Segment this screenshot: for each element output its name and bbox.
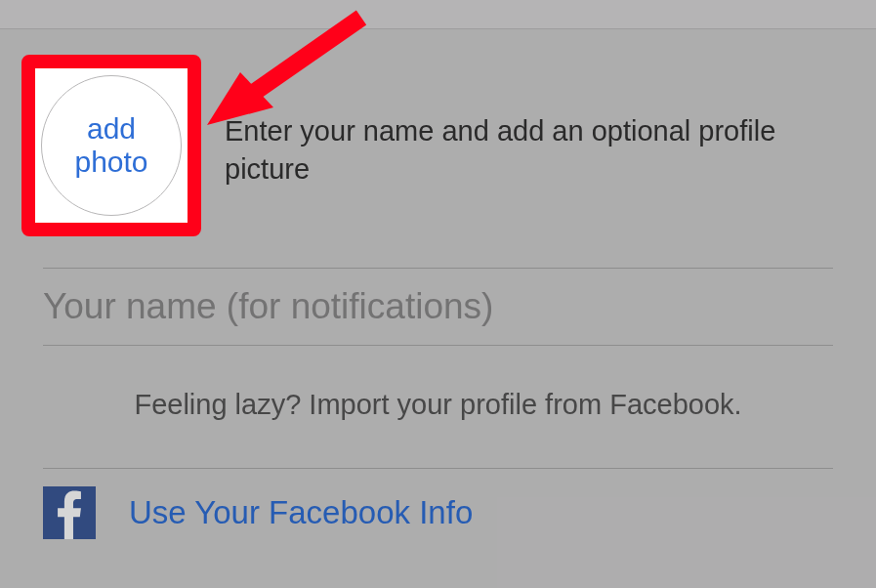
instruction-text: Enter your name and add an optional prof… bbox=[225, 112, 837, 189]
nav-header bbox=[0, 0, 876, 29]
facebook-import-label: Use Your Facebook Info bbox=[129, 494, 473, 531]
highlight-annotation: add photo bbox=[21, 55, 201, 236]
add-photo-label: add photo bbox=[63, 112, 160, 180]
facebook-icon bbox=[43, 486, 96, 539]
name-input[interactable] bbox=[43, 269, 833, 345]
add-photo-button[interactable]: add photo bbox=[41, 75, 182, 216]
facebook-import-button[interactable]: Use Your Facebook Info bbox=[0, 469, 876, 539]
import-prompt: Feeling lazy? Import your profile from F… bbox=[0, 346, 876, 468]
